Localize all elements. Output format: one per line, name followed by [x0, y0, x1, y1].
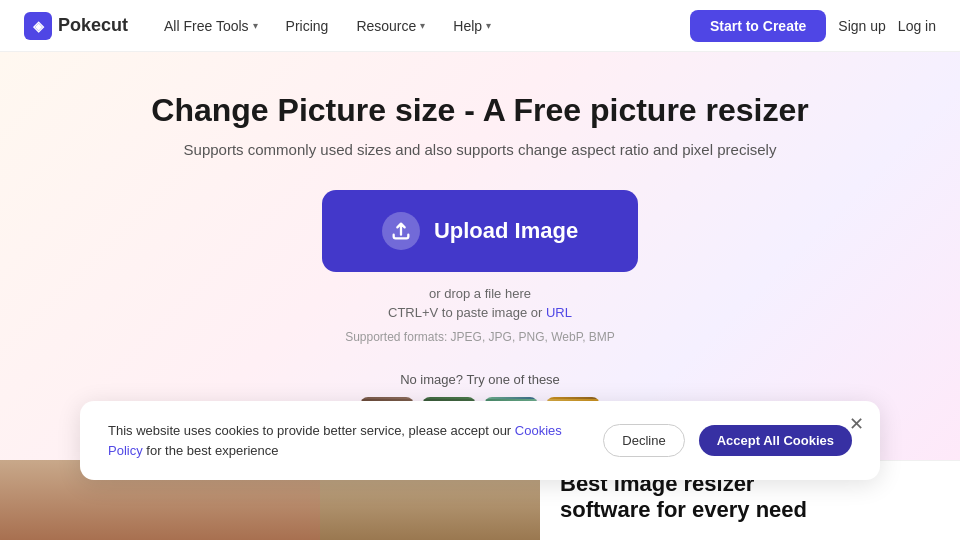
- nav-item-all-free-tools[interactable]: All Free Tools ▾: [152, 12, 270, 40]
- login-link[interactable]: Log in: [898, 18, 936, 34]
- decline-cookies-button[interactable]: Decline: [603, 424, 684, 457]
- drop-file-text: or drop a file here: [429, 286, 531, 301]
- cookie-message: This website uses cookies to provide bet…: [108, 421, 589, 460]
- logo[interactable]: ◈ Pokecut: [24, 12, 128, 40]
- url-link[interactable]: URL: [546, 305, 572, 320]
- nav-right: Start to Create Sign up Log in: [690, 10, 936, 42]
- chevron-down-icon: ▾: [253, 20, 258, 31]
- logo-text: Pokecut: [58, 15, 128, 36]
- hero-subtitle: Supports commonly used sizes and also su…: [0, 141, 960, 158]
- cookie-close-button[interactable]: ✕: [849, 413, 864, 435]
- signup-link[interactable]: Sign up: [838, 18, 885, 34]
- nav-item-resource[interactable]: Resource ▾: [344, 12, 437, 40]
- upload-image-button[interactable]: Upload Image: [322, 190, 638, 272]
- supported-formats-text: Supported formats: JPEG, JPG, PNG, WebP,…: [345, 330, 615, 344]
- upload-section: Upload Image or drop a file here CTRL+V …: [0, 190, 960, 364]
- chevron-down-icon: ▾: [420, 20, 425, 31]
- sample-label: No image? Try one of these: [0, 372, 960, 387]
- navbar: ◈ Pokecut All Free Tools ▾ Pricing Resou…: [0, 0, 960, 52]
- nav-links: All Free Tools ▾ Pricing Resource ▾ Help…: [152, 12, 690, 40]
- logo-icon: ◈: [24, 12, 52, 40]
- accept-all-cookies-button[interactable]: Accept All Cookies: [699, 425, 852, 456]
- nav-item-pricing[interactable]: Pricing: [274, 12, 341, 40]
- start-to-create-button[interactable]: Start to Create: [690, 10, 826, 42]
- page-title: Change Picture size - A Free picture res…: [0, 92, 960, 129]
- paste-text: CTRL+V to paste image or URL: [388, 305, 572, 320]
- nav-item-help[interactable]: Help ▾: [441, 12, 503, 40]
- chevron-down-icon: ▾: [486, 20, 491, 31]
- upload-icon: [382, 212, 420, 250]
- cookie-banner: ✕ This website uses cookies to provide b…: [80, 401, 880, 480]
